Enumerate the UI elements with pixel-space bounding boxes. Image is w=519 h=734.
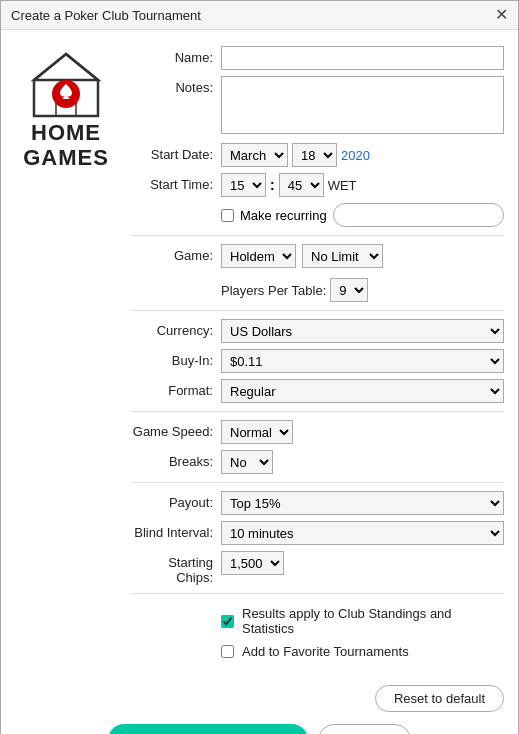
payout-control: Top 15% Top 20% <box>221 491 504 515</box>
logo-text: HOME GAMES <box>23 120 109 171</box>
reset-button[interactable]: Reset to default <box>375 685 504 712</box>
recurring-label: Make recurring <box>240 208 327 223</box>
game-speed-select[interactable]: Normal Fast <box>221 420 293 444</box>
start-date-row: Start Date: March 18 2020 <box>131 143 504 167</box>
content-area: HOME GAMES Name: Notes: Start D <box>1 30 518 679</box>
home-games-logo <box>26 50 106 120</box>
blind-interval-label: Blind Interval: <box>131 521 221 540</box>
starting-chips-label: Starting Chips: <box>131 551 221 585</box>
buyin-row: Buy-In: $0.11 <box>131 349 504 373</box>
buyin-control: $0.11 <box>221 349 504 373</box>
recurring-checkbox[interactable] <box>221 209 234 222</box>
day-select[interactable]: 18 <box>292 143 337 167</box>
breaks-select[interactable]: No Yes <box>221 450 273 474</box>
players-per-table-select[interactable]: 9 <box>330 278 368 302</box>
game-row: Game: Holdem Omaha No Limit Pot Limit <box>131 244 504 268</box>
format-row: Format: Regular <box>131 379 504 403</box>
start-date-label: Start Date: <box>131 143 221 162</box>
form-panel: Name: Notes: Start Date: March <box>131 40 518 669</box>
format-control: Regular <box>221 379 504 403</box>
buyin-label: Buy-In: <box>131 349 221 368</box>
year-label: 2020 <box>341 148 370 163</box>
action-buttons: Create Tournament Cancel <box>1 716 518 734</box>
currency-control: US Dollars <box>221 319 504 343</box>
starting-chips-control: 1,500 <box>221 551 504 575</box>
name-control <box>221 46 504 70</box>
currency-label: Currency: <box>131 319 221 338</box>
svg-marker-1 <box>34 54 98 80</box>
blind-interval-row: Blind Interval: 10 minutes <box>131 521 504 545</box>
blind-interval-control: 10 minutes <box>221 521 504 545</box>
per-table-label: Players Per Table: <box>221 283 326 298</box>
game-speed-row: Game Speed: Normal Fast <box>131 420 504 444</box>
recurring-input[interactable] <box>333 203 504 227</box>
name-input[interactable] <box>221 46 504 70</box>
breaks-row: Breaks: No Yes <box>131 450 504 474</box>
format-label: Format: <box>131 379 221 398</box>
time-controls: 15 : 45 WET <box>221 173 504 197</box>
date-controls: March 18 2020 <box>221 143 504 167</box>
limit-type-select[interactable]: No Limit Pot Limit <box>302 244 383 268</box>
players-label-empty <box>131 274 221 278</box>
per-table-controls: Players Per Table: 9 <box>221 278 504 302</box>
recurring-row: Make recurring <box>221 203 504 227</box>
start-time-row: Start Time: 15 : 45 WET <box>131 173 504 197</box>
notes-control <box>221 76 504 137</box>
payout-row: Payout: Top 15% Top 20% <box>131 491 504 515</box>
create-tournament-button[interactable]: Create Tournament <box>108 724 308 734</box>
players-per-table-row: Players Per Table: 9 <box>131 274 504 302</box>
breaks-label: Breaks: <box>131 450 221 469</box>
logo-panel: HOME GAMES <box>1 40 131 669</box>
add-to-favorites-row: Add to Favorite Tournaments <box>221 640 504 663</box>
name-label: Name: <box>131 46 221 65</box>
results-apply-checkbox[interactable] <box>221 615 234 628</box>
notes-label: Notes: <box>131 76 221 95</box>
create-tournament-dialog: Create a Poker Club Tournament ✕ HOME GA… <box>0 0 519 734</box>
bottom-buttons: Reset to default <box>1 679 518 716</box>
starting-chips-select[interactable]: 1,500 <box>221 551 284 575</box>
close-button[interactable]: ✕ <box>495 7 508 23</box>
title-bar: Create a Poker Club Tournament ✕ <box>1 1 518 30</box>
time-separator: : <box>270 177 275 193</box>
game-type-select[interactable]: Holdem Omaha <box>221 244 296 268</box>
hour-select[interactable]: 15 <box>221 173 266 197</box>
name-row: Name: <box>131 46 504 70</box>
add-to-favorites-checkbox[interactable] <box>221 645 234 658</box>
currency-row: Currency: US Dollars <box>131 319 504 343</box>
timezone-label: WET <box>328 178 357 193</box>
game-speed-controls: Normal Fast <box>221 420 504 444</box>
month-select[interactable]: March <box>221 143 288 167</box>
format-select[interactable]: Regular <box>221 379 504 403</box>
payout-select[interactable]: Top 15% Top 20% <box>221 491 504 515</box>
results-apply-label: Results apply to Club Standings and Stat… <box>242 606 504 636</box>
breaks-controls: No Yes <box>221 450 504 474</box>
add-to-favorites-label: Add to Favorite Tournaments <box>242 644 409 659</box>
currency-select[interactable]: US Dollars <box>221 319 504 343</box>
blind-interval-select[interactable]: 10 minutes <box>221 521 504 545</box>
starting-chips-row: Starting Chips: 1,500 <box>131 551 504 585</box>
game-controls: Holdem Omaha No Limit Pot Limit <box>221 244 504 268</box>
results-apply-row: Results apply to Club Standings and Stat… <box>221 602 504 640</box>
cancel-button[interactable]: Cancel <box>318 724 412 734</box>
game-label: Game: <box>131 244 221 263</box>
payout-label: Payout: <box>131 491 221 510</box>
minute-select[interactable]: 45 <box>279 173 324 197</box>
dialog-title: Create a Poker Club Tournament <box>11 8 201 23</box>
notes-input[interactable] <box>221 76 504 134</box>
buyin-select[interactable]: $0.11 <box>221 349 504 373</box>
game-speed-label: Game Speed: <box>131 420 221 439</box>
notes-row: Notes: <box>131 76 504 137</box>
start-time-label: Start Time: <box>131 173 221 192</box>
